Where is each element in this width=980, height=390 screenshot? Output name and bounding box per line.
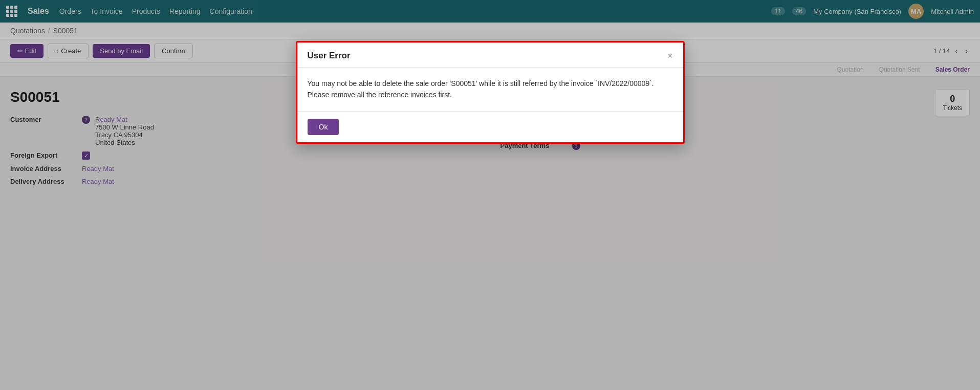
ok-button[interactable]: Ok (308, 119, 339, 135)
modal-overlay[interactable]: User Error × You may not be able to dele… (0, 0, 980, 203)
user-error-modal: User Error × You may not be able to dele… (296, 41, 685, 144)
modal-footer: Ok (297, 111, 683, 142)
modal-message-line2: Please remove all the reference invoices… (308, 89, 673, 100)
modal-header: User Error × (297, 42, 683, 68)
modal-body: You may not be able to delete the sale o… (297, 68, 683, 111)
modal-title: User Error (308, 51, 351, 61)
modal-close-button[interactable]: × (667, 51, 673, 60)
modal-message-line1: You may not be able to delete the sale o… (308, 78, 673, 89)
